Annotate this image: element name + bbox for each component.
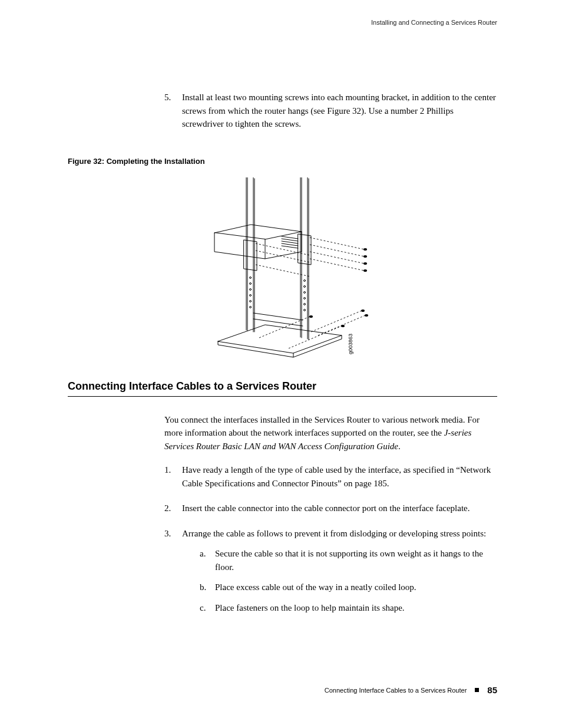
substep-text: Place excess cable out of the way in a n… xyxy=(215,581,416,594)
step-number: 5. xyxy=(164,91,182,131)
page-content: 5. Install at least two mounting screws … xyxy=(68,91,497,614)
substep-a: a. Secure the cable so that it is not su… xyxy=(200,547,497,574)
rack-install-diagram: g003863 xyxy=(194,177,371,360)
svg-point-34 xyxy=(341,325,345,327)
step-number: 2. xyxy=(164,502,182,515)
step-text: Insert the cable connector into the cabl… xyxy=(182,502,470,515)
intro-suffix: . xyxy=(398,442,401,451)
svg-point-35 xyxy=(309,315,313,318)
svg-point-31 xyxy=(363,269,367,272)
svg-point-32 xyxy=(361,309,365,312)
substep-c: c. Place fasteners on the loop to help m… xyxy=(200,601,497,615)
svg-point-14 xyxy=(303,297,305,299)
document-page: Installing and Connecting a Services Rou… xyxy=(0,0,562,728)
step-text: Have ready a length of the type of cable… xyxy=(182,463,497,490)
step-3-lead: Arrange the cable as follows to prevent … xyxy=(182,529,486,538)
step-text: Install at least two mounting screws int… xyxy=(182,91,497,131)
svg-point-30 xyxy=(363,262,367,265)
substep-marker: b. xyxy=(200,581,215,594)
svg-line-2 xyxy=(282,241,298,243)
svg-point-15 xyxy=(303,303,305,305)
substep-marker: c. xyxy=(200,601,215,615)
figure-32-illustration: g003863 xyxy=(68,177,497,360)
svg-point-9 xyxy=(249,300,251,302)
svg-point-8 xyxy=(249,294,251,296)
svg-point-28 xyxy=(363,248,367,251)
svg-point-7 xyxy=(249,288,251,290)
figure-caption: Figure 32: Completing the Installation xyxy=(68,157,497,166)
step-number: 1. xyxy=(164,463,182,490)
svg-point-13 xyxy=(303,291,305,293)
svg-line-18 xyxy=(310,245,364,256)
connect-step-1: 1. Have ready a length of the type of ca… xyxy=(164,463,497,490)
svg-point-16 xyxy=(303,309,305,311)
svg-line-4 xyxy=(282,246,298,248)
svg-point-29 xyxy=(363,255,367,258)
page-footer: Connecting Interface Cables to a Service… xyxy=(325,685,497,695)
svg-line-27 xyxy=(259,317,310,338)
footer-bullet-icon xyxy=(475,688,479,692)
running-header: Installing and Connecting a Services Rou… xyxy=(371,19,497,26)
svg-point-33 xyxy=(365,314,368,317)
substep-text: Secure the cable so that it is not suppo… xyxy=(215,547,497,574)
install-step-5: 5. Install at least two mounting screws … xyxy=(164,91,497,131)
figure-id-label: g003863 xyxy=(348,333,353,354)
connect-step-3: 3. Arrange the cable as follows to preve… xyxy=(164,527,497,615)
svg-line-3 xyxy=(282,243,298,246)
substep-marker: a. xyxy=(200,547,215,574)
svg-line-1 xyxy=(282,239,298,241)
svg-line-17 xyxy=(310,238,364,249)
page-number: 85 xyxy=(487,685,497,695)
intro-paragraph: You connect the interfaces installed in … xyxy=(164,413,497,453)
step-text: Arrange the cable as follows to prevent … xyxy=(182,527,497,615)
svg-point-5 xyxy=(249,276,251,278)
section-heading: Connecting Interface Cables to a Service… xyxy=(68,380,497,397)
footer-section-title: Connecting Interface Cables to a Service… xyxy=(325,687,467,694)
svg-line-24 xyxy=(311,311,362,332)
svg-point-12 xyxy=(303,285,305,287)
connect-step-2: 2. Insert the cable connector into the c… xyxy=(164,502,497,515)
svg-point-11 xyxy=(303,279,305,281)
svg-line-0 xyxy=(282,236,298,239)
svg-line-20 xyxy=(310,259,364,271)
step-number: 3. xyxy=(164,527,182,615)
svg-point-10 xyxy=(249,306,251,308)
substep-text: Place fasteners on the loop to help main… xyxy=(215,601,405,615)
svg-line-19 xyxy=(310,252,364,263)
svg-point-6 xyxy=(249,282,251,284)
substep-b: b. Place excess cable out of the way in … xyxy=(200,581,497,594)
intro-prefix: You connect the interfaces installed in … xyxy=(164,415,480,438)
